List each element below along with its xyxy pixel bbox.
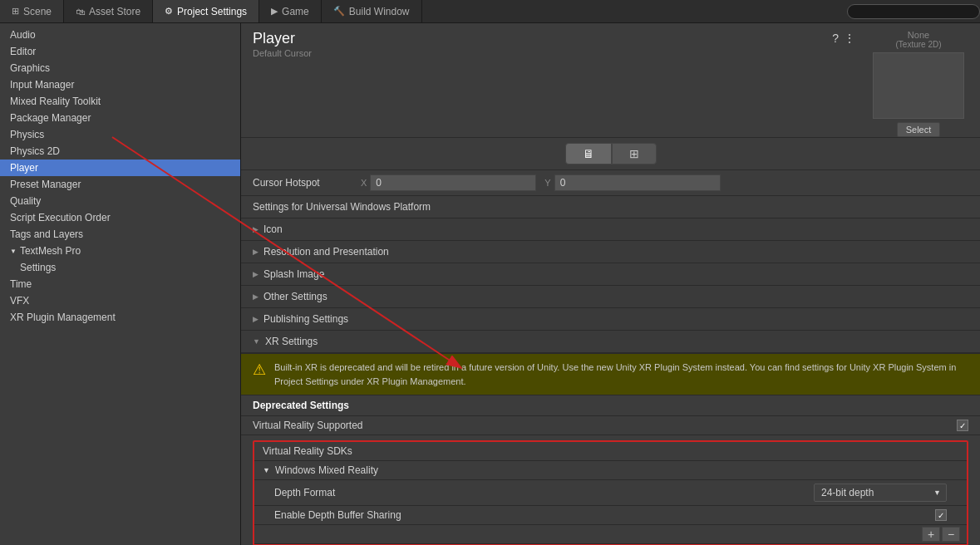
sdk-title: Virtual Reality SDKs bbox=[254, 442, 967, 461]
publishing-arrow: ▶ bbox=[253, 315, 259, 323]
page-title: Player bbox=[253, 30, 832, 47]
sidebar-item-quality[interactable]: Quality bbox=[0, 193, 240, 209]
splash-arrow: ▶ bbox=[253, 270, 259, 278]
content-area: Player Default Cursor ? ⋮ None (Texture … bbox=[241, 23, 980, 545]
sidebar-item-settings[interactable]: Settings bbox=[0, 259, 240, 276]
expand-arrow-icon: ▼ bbox=[10, 248, 17, 255]
depth-format-row: Depth Format 24-bit depth ▼ bbox=[254, 480, 967, 506]
settings-icon: ⚙ bbox=[165, 6, 173, 17]
section-splash[interactable]: ▶ Splash Image bbox=[241, 263, 980, 286]
sidebar-item-graphics[interactable]: Graphics bbox=[0, 60, 240, 76]
cursor-hotspot-row: Cursor Hotspot X Y bbox=[241, 170, 980, 196]
y-axis-label: Y bbox=[544, 178, 550, 188]
sidebar-item-physics[interactable]: Physics bbox=[0, 126, 240, 143]
sidebar: Audio Editor Graphics Input Manager Mixe… bbox=[0, 23, 241, 545]
cursor-y-input[interactable] bbox=[554, 174, 721, 191]
sidebar-item-editor[interactable]: Editor bbox=[0, 43, 240, 60]
depth-buffer-label: Enable Depth Buffer Sharing bbox=[274, 509, 935, 521]
depth-format-dropdown[interactable]: 24-bit depth ▼ bbox=[814, 484, 947, 502]
vr-supported-row: Virtual Reality Supported bbox=[241, 416, 980, 435]
section-icon[interactable]: ▶ Icon bbox=[241, 218, 980, 241]
search-input[interactable] bbox=[847, 4, 980, 19]
x-axis-label: X bbox=[361, 178, 367, 188]
sdk-expand-icon: ▼ bbox=[263, 466, 270, 474]
sidebar-item-input-manager[interactable]: Input Manager bbox=[0, 76, 240, 93]
texture-type-label: (Texture 2D) bbox=[895, 40, 941, 49]
select-texture-button[interactable]: Select bbox=[897, 122, 941, 137]
cursor-hotspot-label: Cursor Hotspot bbox=[253, 177, 361, 189]
other-arrow: ▶ bbox=[253, 292, 259, 301]
depth-buffer-checkbox[interactable] bbox=[935, 509, 947, 521]
game-icon: ▶ bbox=[271, 6, 278, 17]
main-layout: Audio Editor Graphics Input Manager Mixe… bbox=[0, 23, 980, 545]
settings-uwp-label: Settings for Universal Windows Platform bbox=[241, 196, 980, 218]
platform-desktop-button[interactable]: 🖥 bbox=[565, 143, 612, 164]
sidebar-item-mixed-reality-toolkit[interactable]: Mixed Reality Toolkit bbox=[0, 93, 240, 110]
section-resolution[interactable]: ▶ Resolution and Presentation bbox=[241, 241, 980, 263]
sdk-box: Virtual Reality SDKs ▼ Windows Mixed Rea… bbox=[253, 440, 968, 545]
deprecated-settings-label: Deprecated Settings bbox=[241, 395, 980, 416]
sidebar-item-time[interactable]: Time bbox=[0, 276, 240, 292]
sidebar-item-xr-plugin-management[interactable]: XR Plugin Management bbox=[0, 309, 240, 326]
warning-icon: ⚠ bbox=[253, 361, 266, 388]
section-xr-settings[interactable]: ▼ XR Settings bbox=[241, 331, 980, 353]
sidebar-item-player[interactable]: Player bbox=[0, 160, 240, 176]
sdk-item-row: ▼ Windows Mixed Reality bbox=[254, 461, 967, 480]
depth-dropdown-arrow: ▼ bbox=[933, 489, 941, 497]
sidebar-item-package-manager[interactable]: Package Manager bbox=[0, 110, 240, 126]
platform-windows-button[interactable]: ⊞ bbox=[612, 143, 657, 164]
remove-sdk-button[interactable]: − bbox=[942, 527, 960, 542]
search-bar bbox=[847, 4, 980, 19]
tab-scene[interactable]: ⊞ Scene bbox=[0, 0, 64, 22]
depth-format-value: 24-bit depth bbox=[821, 487, 874, 498]
xr-warning-text: Built-in XR is deprecated and will be re… bbox=[274, 361, 968, 388]
build-icon: 🔨 bbox=[333, 6, 345, 17]
tab-build-window[interactable]: 🔨 Build Window bbox=[322, 0, 422, 22]
sidebar-item-script-execution-order[interactable]: Script Execution Order bbox=[0, 209, 240, 226]
cursor-x-input[interactable] bbox=[370, 174, 536, 191]
xr-warning-box: ⚠ Built-in XR is deprecated and will be … bbox=[241, 354, 980, 395]
settings-options-icon[interactable]: ⋮ bbox=[844, 32, 855, 45]
help-icon[interactable]: ? bbox=[832, 32, 839, 45]
sidebar-item-physics-2d[interactable]: Physics 2D bbox=[0, 143, 240, 160]
add-sdk-button[interactable]: + bbox=[922, 527, 940, 542]
depth-buffer-row: Enable Depth Buffer Sharing bbox=[254, 506, 967, 525]
section-other-settings[interactable]: ▶ Other Settings bbox=[241, 286, 980, 308]
asset-store-icon: 🛍 bbox=[76, 7, 85, 17]
sdk-item-label: Windows Mixed Reality bbox=[275, 464, 378, 476]
texture-none-label: None bbox=[908, 30, 929, 40]
vr-supported-label: Virtual Reality Supported bbox=[253, 420, 957, 431]
tab-project-settings[interactable]: ⚙ Project Settings bbox=[153, 0, 259, 22]
sidebar-item-vfx[interactable]: VFX bbox=[0, 292, 240, 309]
tab-game[interactable]: ▶ Game bbox=[259, 0, 322, 22]
scene-icon: ⊞ bbox=[12, 6, 19, 17]
section-publishing-settings[interactable]: ▶ Publishing Settings bbox=[241, 308, 980, 331]
sdk-add-remove-row: + − bbox=[254, 525, 967, 544]
sidebar-item-audio[interactable]: Audio bbox=[0, 27, 240, 43]
page-subtitle: Default Cursor bbox=[253, 48, 832, 58]
depth-format-label: Depth Format bbox=[274, 487, 814, 498]
texture-preview bbox=[873, 52, 964, 119]
resolution-arrow: ▶ bbox=[253, 248, 259, 256]
content-body: Settings for Universal Windows Platform … bbox=[241, 196, 980, 545]
tab-asset-store[interactable]: 🛍 Asset Store bbox=[64, 0, 153, 22]
icon-arrow: ▶ bbox=[253, 225, 259, 233]
sidebar-item-tags-layers[interactable]: Tags and Layers bbox=[0, 226, 240, 243]
sidebar-item-textmesh-pro[interactable]: ▼ TextMesh Pro bbox=[0, 243, 240, 259]
sidebar-item-preset-manager[interactable]: Preset Manager bbox=[0, 176, 240, 193]
xr-arrow: ▼ bbox=[253, 337, 260, 346]
tab-bar: ⊞ Scene 🛍 Asset Store ⚙ Project Settings… bbox=[0, 0, 980, 23]
vr-supported-checkbox[interactable] bbox=[957, 420, 968, 431]
